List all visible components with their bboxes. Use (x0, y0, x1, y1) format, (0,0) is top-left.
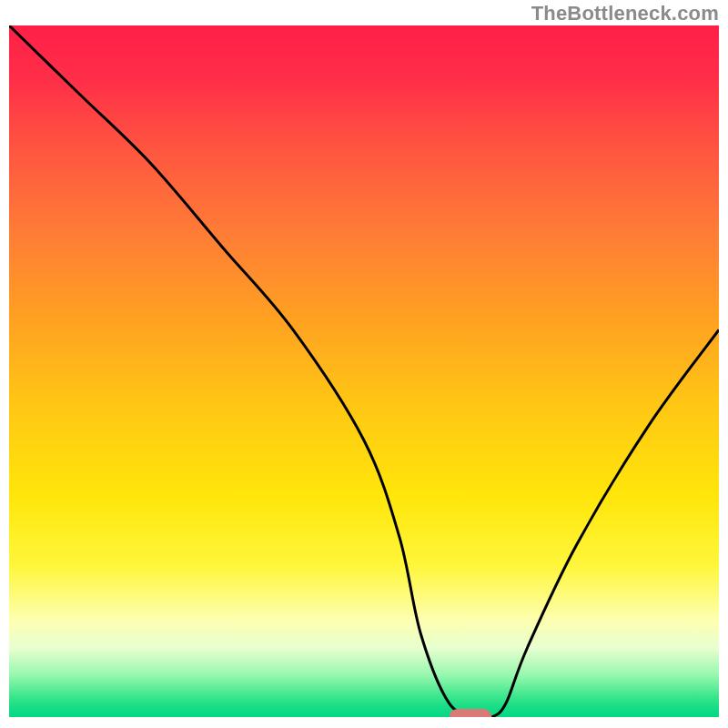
attribution-label: TheBottleneck.com (531, 2, 719, 25)
optimal-marker-pill (450, 709, 492, 717)
plot-area (9, 25, 719, 717)
optimal-marker (450, 709, 492, 717)
chart-svg (9, 25, 719, 717)
chart-stage: TheBottleneck.com (0, 0, 728, 728)
